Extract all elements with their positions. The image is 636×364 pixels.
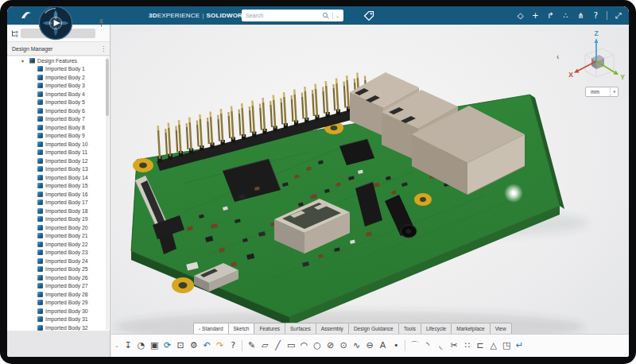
pin-panel-icon[interactable] <box>97 18 106 28</box>
tree-item-imported-body[interactable]: Imported Body 11 <box>7 149 110 157</box>
insert-icon[interactable]: ↧ <box>122 335 135 356</box>
tree-item-imported-body[interactable]: Imported Body 17 <box>7 199 110 207</box>
tree-item-imported-body[interactable]: Imported Body 25 <box>7 265 110 274</box>
tree-item-imported-body[interactable]: Imported Body 30 <box>7 307 110 316</box>
graphics-viewport[interactable]: ‹ Z X Y mm ▾ <box>111 25 629 357</box>
tag-icon[interactable] <box>363 10 374 21</box>
expand-caret-icon[interactable]: ▾ <box>21 58 27 64</box>
fullscreen-icon[interactable]: ⤢ <box>612 11 624 21</box>
search-input[interactable] <box>242 13 322 18</box>
action-tab[interactable]: Lifecycle <box>421 323 452 334</box>
3d-markup-icon[interactable]: ◇ <box>514 11 526 20</box>
trim-entities-icon[interactable]: ✂ <box>448 335 461 356</box>
tree-item-imported-body[interactable]: Imported Body 2 <box>7 73 110 82</box>
share-icon[interactable]: ↱ <box>545 11 556 20</box>
action-tab[interactable]: Design Guidance <box>348 323 399 334</box>
tree-item-imported-body[interactable]: Imported Body 32 <box>7 323 110 331</box>
exit-sketch-icon[interactable]: ↵ <box>513 335 526 356</box>
circle-icon[interactable]: ○ <box>311 335 324 356</box>
action-tab[interactable]: Features <box>254 323 285 334</box>
search-box[interactable]: ⌄ <box>242 10 343 21</box>
solid-body-icon <box>37 192 43 197</box>
action-tab[interactable]: View <box>490 323 512 334</box>
tree-item-imported-body[interactable]: Imported Body 16 <box>7 190 110 199</box>
tree-item-imported-body[interactable]: Imported Body 21 <box>7 232 110 241</box>
action-tab[interactable]: Marketplace <box>451 323 490 334</box>
polygon-icon[interactable]: △ <box>487 335 500 356</box>
redo-icon[interactable]: ↷ <box>213 335 227 356</box>
tree-item-imported-body[interactable]: Imported Body 31 <box>7 316 110 324</box>
panel-menu-icon[interactable]: ⋮ <box>100 42 107 56</box>
tree-item-imported-body[interactable]: Imported Body 5 <box>7 99 110 107</box>
add-content-icon[interactable]: + <box>529 11 541 20</box>
search-icon[interactable] <box>322 12 330 20</box>
solid-body-icon <box>37 108 43 114</box>
offset-icon[interactable]: ⊏ <box>474 335 487 356</box>
solid-body-icon <box>37 292 43 297</box>
tree-item-imported-body[interactable]: Imported Body 10 <box>7 140 110 149</box>
tree-item-design-features[interactable]: ▾ Design Features <box>7 56 110 65</box>
toolbar-overflow-chevron[interactable]: ⌄ <box>114 343 119 349</box>
tree-item-imported-body[interactable]: Imported Body 28 <box>7 290 110 299</box>
tree-item-imported-body[interactable]: Imported Body 29 <box>7 299 110 308</box>
model-raspberry-pi-board[interactable] <box>111 25 629 357</box>
action-tab[interactable]: Sketch <box>228 323 255 334</box>
3dexperience-compass[interactable] <box>37 6 74 41</box>
collapse-panel-chevron[interactable]: ‹ <box>556 53 559 61</box>
tree-item-imported-body[interactable]: Imported Body 9 <box>7 132 110 141</box>
tree-item-imported-body[interactable]: Imported Body 22 <box>7 240 110 249</box>
tree-scrollbar[interactable] <box>106 57 109 330</box>
shortcuts-icon[interactable]: ⋔ <box>575 11 587 20</box>
text-icon[interactable]: A <box>376 335 390 356</box>
action-tab[interactable]: Assembly <box>316 323 349 334</box>
tree-scrollbar-thumb[interactable] <box>106 59 109 116</box>
tree-item-imported-body[interactable]: Imported Body 15 <box>7 182 110 191</box>
tree-item-imported-body[interactable]: Imported Body 13 <box>7 165 110 174</box>
save-icon[interactable]: ▣ <box>148 335 161 356</box>
settings-icon[interactable]: ⚙ <box>187 335 200 356</box>
sketch-chamfer-icon[interactable]: ◟ <box>434 335 448 356</box>
arc-icon[interactable]: ◠ <box>297 335 311 356</box>
tree-item-imported-body[interactable]: Imported Body 6 <box>7 106 110 115</box>
tree-item-imported-body[interactable]: Imported Body 7 <box>7 115 110 124</box>
tree-item-imported-body[interactable]: Imported Body 12 <box>7 157 110 165</box>
help-icon[interactable]: ? <box>590 11 602 20</box>
tree-item-imported-body[interactable]: Imported Body 4 <box>7 90 110 99</box>
spline-icon[interactable]: ∿ <box>350 335 363 356</box>
tree-item-imported-body[interactable]: Imported Body 20 <box>7 223 110 232</box>
tree-item-imported-body[interactable]: Imported Body 1 <box>7 65 110 74</box>
design-history-icon[interactable]: ◔ <box>134 335 148 356</box>
slot-icon[interactable]: ⊖ <box>363 335 377 356</box>
tree-item-imported-body[interactable]: Imported Body 14 <box>7 173 110 182</box>
pattern-icon[interactable]: ∷ <box>460 335 474 356</box>
copy-icon[interactable]: ⊡ <box>174 335 188 356</box>
tree-item-imported-body[interactable]: Imported Body 18 <box>7 207 110 215</box>
tree-item-imported-body[interactable]: Imported Body 19 <box>7 215 110 224</box>
update-icon[interactable]: ⟳ <box>161 335 174 356</box>
convert-entities-icon[interactable]: ◳ <box>500 335 514 356</box>
line-icon[interactable]: ╱ <box>271 335 285 356</box>
action-tab[interactable]: Standard <box>193 323 229 334</box>
units-dropdown[interactable]: mm ▾ <box>585 87 619 97</box>
action-tab[interactable]: Surfaces <box>285 323 316 334</box>
collaborate-icon[interactable]: ∴ <box>560 11 572 20</box>
sketch-fillet-icon[interactable]: ◝ <box>421 335 435 356</box>
perimeter-circle-icon[interactable]: ⊘ <box>324 335 337 356</box>
tree-item-imported-body[interactable]: Imported Body 8 <box>7 123 110 132</box>
help-tool-icon[interactable]: ? <box>227 335 240 356</box>
tree-item-imported-body[interactable]: Imported Body 24 <box>7 257 110 265</box>
tree-item-imported-body[interactable]: Imported Body 27 <box>7 282 110 291</box>
search-caret-icon[interactable]: ⌄ <box>335 13 343 18</box>
rectangle-icon[interactable]: ▭ <box>285 335 298 356</box>
point-icon[interactable]: • <box>390 335 403 356</box>
action-tab[interactable]: Tools <box>398 323 421 334</box>
tree-item-imported-body[interactable]: Imported Body 23 <box>7 249 110 258</box>
tree-item-imported-body[interactable]: Imported Body 26 <box>7 273 110 282</box>
center-circle-icon[interactable]: ⊙ <box>337 335 351 356</box>
tree-item-imported-body[interactable]: Imported Body 3 <box>7 82 110 91</box>
instant2d-icon[interactable]: ▱ <box>258 335 272 356</box>
undo-icon[interactable]: ↶ <box>200 335 214 356</box>
sketch-icon[interactable]: ✎ <box>245 335 258 356</box>
tree-view-icon[interactable] <box>10 29 19 38</box>
style-spline-icon[interactable]: ⌒ <box>408 335 421 356</box>
